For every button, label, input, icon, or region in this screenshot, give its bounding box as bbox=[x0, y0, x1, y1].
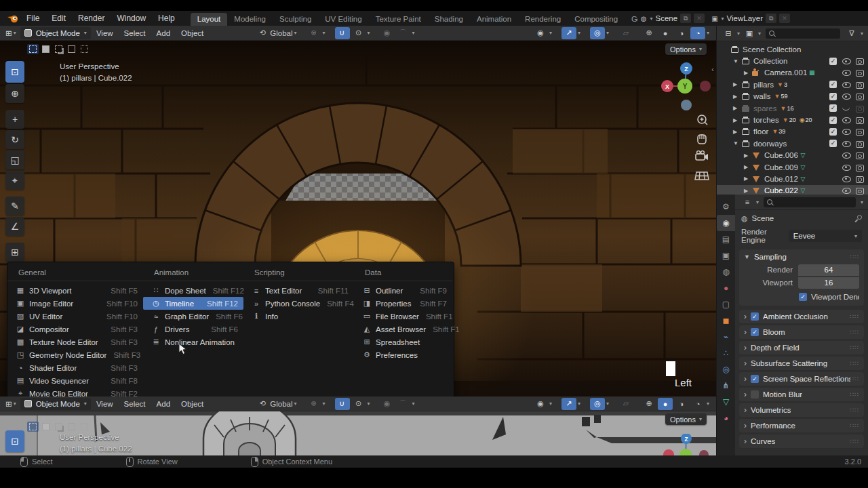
select-mode-invert[interactable] bbox=[66, 44, 77, 54]
props-tab-modifiers[interactable]: ⌁ bbox=[717, 329, 735, 345]
props-tab-object-data[interactable]: ▽ bbox=[717, 394, 735, 410]
menu-entry[interactable]: ∷ Dope Sheet Shift F12 bbox=[143, 284, 243, 297]
select-mode-invert[interactable] bbox=[66, 422, 77, 432]
expand-arrow-icon[interactable] bbox=[733, 117, 741, 123]
tool-add-cube[interactable]: ⊞ bbox=[5, 243, 24, 262]
pivot-dropdown[interactable]: ⌾▾ bbox=[305, 398, 327, 410]
props-tab-constraints[interactable]: ⋔ bbox=[717, 378, 735, 394]
tool-transform[interactable]: ⌖ bbox=[5, 171, 24, 190]
menu-entry[interactable]: ▩ Texture Node Editor Shift F3 bbox=[7, 336, 143, 348]
menu-entry[interactable]: ▨ UV Editor Shift F10 bbox=[7, 310, 143, 323]
disable-render-camera-icon[interactable] bbox=[856, 186, 865, 195]
outliner-row[interactable]: Cube.009 bbox=[717, 161, 868, 173]
exclude-checkbox[interactable] bbox=[829, 128, 837, 136]
expand-arrow-icon[interactable] bbox=[733, 105, 741, 111]
menu-entry[interactable]: » Python Console Shift F4 bbox=[243, 297, 354, 310]
hide-eye-icon[interactable] bbox=[842, 140, 851, 148]
shading-wireframe-button[interactable]: ⊕ bbox=[642, 27, 656, 39]
area-light-left[interactable] bbox=[666, 361, 675, 376]
outliner-row[interactable]: walls 59 bbox=[717, 91, 868, 102]
transform-orientation[interactable]: ⟲ Global ▾ bbox=[254, 398, 298, 410]
select-mode-extend[interactable] bbox=[40, 422, 52, 432]
props-tab-physics[interactable]: ◎ bbox=[717, 361, 735, 378]
snapping-controls[interactable]: ∪ ⊙▾ bbox=[334, 398, 372, 410]
select-mode-subtract[interactable] bbox=[53, 44, 64, 54]
properties-panel-header[interactable]: › Screen Space Reflections ∷∷ bbox=[739, 372, 864, 386]
workspace-tab[interactable]: Shading bbox=[428, 13, 470, 26]
props-tab-render[interactable]: ◉ bbox=[717, 215, 735, 231]
disable-render-camera-icon[interactable] bbox=[856, 104, 865, 113]
props-tab-world[interactable]: ● bbox=[717, 280, 735, 296]
disable-render-camera-icon[interactable] bbox=[856, 57, 865, 65]
delete-scene-button[interactable]: ✕ bbox=[694, 14, 705, 23]
workspace-tab[interactable]: Rendering bbox=[518, 13, 568, 26]
menu-entry[interactable]: ▦ 3D Viewport Shift F5 bbox=[7, 284, 143, 297]
hide-eye-icon[interactable] bbox=[842, 92, 851, 100]
shading-rendered-button[interactable]: ◔ bbox=[690, 398, 705, 410]
menu-entry[interactable]: ◔ Shader Editor Shift F3 bbox=[7, 361, 143, 374]
outliner-filter-image-icon[interactable]: ▣ bbox=[742, 27, 757, 39]
new-scene-button[interactable]: ⧉ bbox=[680, 14, 691, 23]
options-button[interactable]: Options▾ bbox=[665, 43, 707, 55]
workspace-tab[interactable]: Compositing bbox=[568, 13, 625, 26]
hide-eye-icon[interactable] bbox=[842, 163, 851, 171]
tool-scale[interactable]: ◱ bbox=[5, 150, 24, 169]
viewport-samples-field[interactable]: 16 bbox=[798, 277, 859, 289]
hide-eye-icon[interactable] bbox=[842, 127, 851, 136]
workspace-tab[interactable]: Layout bbox=[191, 13, 228, 26]
hide-eye-icon[interactable] bbox=[842, 186, 851, 195]
transform-orientation[interactable]: ⟲ Global ▾ bbox=[254, 27, 298, 39]
menu-entry[interactable]: ≈ Graph Editor Shift F6 bbox=[143, 310, 243, 323]
panel-checkbox[interactable] bbox=[751, 328, 759, 336]
magnet-icon[interactable]: ∪ bbox=[335, 398, 350, 410]
viewport-menu-item[interactable]: View bbox=[91, 400, 119, 408]
properties-panel-header[interactable]: › Motion Blur ∷∷ bbox=[739, 388, 864, 401]
menu-entry[interactable]: ◨ Properties Shift F7 bbox=[354, 297, 452, 310]
props-tab-particles[interactable]: ∴ bbox=[717, 345, 735, 361]
expand-arrow-icon[interactable] bbox=[744, 152, 752, 159]
navigation-gizmo-partial[interactable]: Z bbox=[661, 434, 716, 455]
exclude-checkbox[interactable] bbox=[829, 117, 837, 124]
select-mode-intersect[interactable] bbox=[79, 422, 90, 432]
expand-arrow-icon[interactable] bbox=[744, 164, 752, 170]
workspace-tab[interactable]: Modeling bbox=[227, 13, 273, 26]
editor-type-button[interactable]: ⊞▾ bbox=[5, 399, 16, 409]
hide-eye-icon[interactable] bbox=[842, 81, 851, 89]
shading-solid-button[interactable]: ● bbox=[658, 398, 673, 410]
tool-measure[interactable]: ∠ bbox=[5, 217, 24, 236]
properties-panel-header[interactable]: › Curves ∷∷ bbox=[739, 434, 864, 448]
menu-entry[interactable]: ƒ Drivers Shift F6 bbox=[143, 323, 243, 336]
panel-checkbox[interactable] bbox=[751, 375, 759, 383]
outliner-search-input[interactable] bbox=[766, 28, 840, 39]
blender-logo-icon[interactable] bbox=[5, 13, 20, 24]
topbar-menu-item[interactable]: Edit bbox=[45, 11, 72, 26]
workspace-tab[interactable]: Sculpting bbox=[273, 13, 318, 26]
tool-select-box[interactable]: ⊡ bbox=[5, 61, 24, 83]
expand-arrow-icon[interactable] bbox=[744, 70, 752, 76]
hide-eye-icon[interactable] bbox=[842, 57, 851, 65]
viewport-3d-bottom[interactable]: ⊡ User Perspective (1) pillars | Cube.02… bbox=[0, 411, 716, 455]
hide-eye-icon[interactable] bbox=[842, 151, 851, 159]
exclude-checkbox[interactable] bbox=[829, 58, 837, 65]
workspace-tab[interactable]: Geometry Nodes bbox=[625, 13, 638, 26]
drag-grip-icon[interactable]: ∷∷ bbox=[850, 407, 859, 413]
delete-viewlayer-button[interactable]: ✕ bbox=[779, 14, 790, 23]
select-mode-set[interactable] bbox=[27, 44, 39, 54]
topbar-menu-item[interactable]: Help bbox=[152, 11, 181, 26]
drag-grip-icon[interactable]: ∷∷ bbox=[850, 313, 859, 320]
outliner-row[interactable]: doorways bbox=[717, 138, 868, 149]
render-engine-dropdown[interactable]: Eevee▾ bbox=[789, 230, 862, 242]
properties-panel-header[interactable]: › Performance ∷∷ bbox=[739, 419, 864, 432]
props-tab-material[interactable]: ◕ bbox=[717, 410, 735, 426]
hide-eye-icon[interactable] bbox=[842, 116, 851, 124]
shading-wireframe-button[interactable]: ⊕ bbox=[642, 398, 656, 410]
disable-render-camera-icon[interactable] bbox=[856, 127, 865, 136]
viewport-3d[interactable]: ⊡⊕+↻◱⌖✎∠⊞ User Perspective (1) pillars |… bbox=[0, 41, 716, 396]
render-samples-field[interactable]: 64 bbox=[798, 264, 859, 276]
topbar-menu-item[interactable]: File bbox=[20, 11, 45, 26]
hide-eye-icon[interactable] bbox=[842, 68, 851, 77]
panel-checkbox[interactable] bbox=[751, 390, 759, 399]
viewport-menu-item[interactable]: Add bbox=[151, 400, 176, 408]
outliner-row[interactable]: Camera.001 bbox=[717, 67, 868, 79]
disable-render-camera-icon[interactable] bbox=[856, 163, 865, 171]
